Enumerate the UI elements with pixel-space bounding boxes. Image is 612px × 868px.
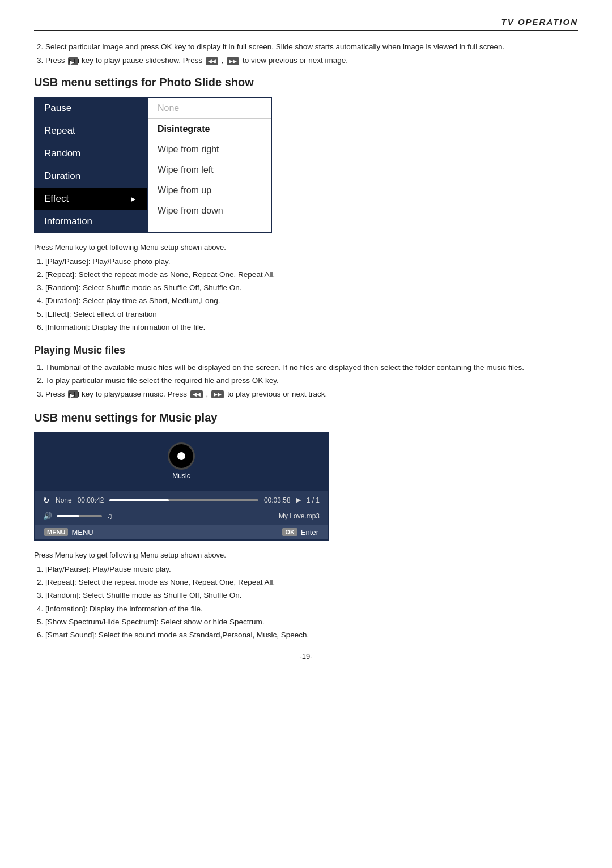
music-instr-6: [Smart Sound]: Select the sound mode as …	[45, 629, 578, 641]
intro-item-3: Press ▶❚❚ key to play/ pause slideshow. …	[45, 55, 578, 66]
next-icon: ▶▶	[227, 57, 239, 65]
music-instr-5: [Show Spectrum/Hide Spectrum]: Select sh…	[45, 616, 578, 628]
menu-btn-text: MENU	[71, 528, 93, 537]
menu-btn-label: MENU	[44, 528, 68, 536]
photo-menu: Pause Repeat Random Duration Effect ► In…	[34, 97, 329, 233]
music-instr-1: [Play/Pause]: Play/Pause music play.	[45, 564, 578, 575]
music-disc-icon	[168, 442, 195, 470]
menu-item-pause[interactable]: Pause	[34, 97, 147, 120]
menu-item-information[interactable]: Information	[34, 210, 147, 233]
music-prev-icon: ◀◀	[190, 390, 203, 398]
play-pause-icon: ▶❚❚	[68, 57, 78, 65]
photo-instr-3: [Random]: Select Shuffle mode as Shuffle…	[45, 282, 578, 293]
effect-none[interactable]: None	[148, 98, 271, 119]
play-indicator: ▶	[296, 496, 301, 504]
music-player-box: Music ↻ None 00:00:42 00:03:58 ▶ 1 / 1 🔊…	[34, 432, 329, 541]
music-press-note: Press Menu key to get following Menu set…	[34, 551, 578, 559]
effect-wipe-up[interactable]: Wipe from up	[148, 180, 271, 201]
arrow-right-icon: ►	[129, 194, 137, 203]
volume-bar-fill	[57, 515, 79, 517]
music-intro-2: To play particular music file select the…	[45, 375, 578, 386]
effect-disintegrate[interactable]: Disintegrate	[148, 119, 271, 139]
effect-wipe-right[interactable]: Wipe from right	[148, 139, 271, 160]
ok-btn-label: OK	[282, 528, 298, 536]
photo-section-title: USB menu settings for Photo Slide show	[34, 76, 578, 89]
volume-bar[interactable]	[57, 515, 102, 517]
music-controls-bar: ↻ None 00:00:42 00:03:58 ▶ 1 / 1	[35, 491, 328, 509]
music-instructions: [Play/Pause]: Play/Pause music play. [Re…	[45, 564, 578, 641]
ok-button-pair: OK Enter	[282, 528, 318, 537]
music-instr-2: [Repeat]: Select the repeat mode as None…	[45, 577, 578, 588]
photo-instr-2: [Repeat]: Select the repeat mode as None…	[45, 269, 578, 280]
menu-item-repeat[interactable]: Repeat	[34, 120, 147, 142]
music-next-icon: ▶▶	[211, 390, 224, 398]
progress-bar[interactable]	[109, 499, 258, 501]
music-icon-area: Music	[168, 442, 195, 480]
repeat-label: None	[56, 496, 72, 504]
effect-wipe-left[interactable]: Wipe from left	[148, 160, 271, 180]
page-title: TV OPERATION	[34, 17, 578, 31]
music-intro-1: Thumbnail of the available music files w…	[45, 362, 578, 373]
music-usb-title: USB menu settings for Music play	[34, 411, 578, 424]
music-disc-center	[177, 452, 185, 460]
repeat-icon: ↻	[43, 496, 50, 505]
menu-item-random[interactable]: Random	[34, 142, 147, 165]
progress-bar-fill	[109, 499, 169, 501]
photo-menu-left: Pause Repeat Random Duration Effect ► In…	[34, 97, 147, 233]
photo-instr-4: [Duration]: Select play time as Short, M…	[45, 295, 578, 307]
music-footer-bar: MENU MENU OK Enter	[35, 525, 328, 539]
ok-btn-text: Enter	[301, 528, 318, 537]
photo-instructions: [Play/Pause]: Play/Pause photo play. [Re…	[45, 256, 578, 334]
menu-button-pair: MENU MENU	[44, 528, 94, 537]
photo-instr-5: [Effect]: Select effect of transition	[45, 309, 578, 320]
music-row2: 🔊 ♫ My Love.mp3	[35, 509, 328, 525]
menu-item-effect[interactable]: Effect ►	[34, 188, 147, 210]
photo-instr-1: [Play/Pause]: Play/Pause photo play.	[45, 256, 578, 267]
music-instr-3: [Random]: Select Shuffle mode as Shuffle…	[45, 590, 578, 601]
music-sub-title: Playing Music files	[34, 344, 578, 356]
music-note-icon: ♫	[107, 512, 113, 521]
intro-list: Select particular image and press OK key…	[45, 41, 578, 67]
effect-wipe-down[interactable]: Wipe from down	[148, 201, 271, 221]
time-duration: 00:03:58	[264, 496, 291, 504]
music-player-inner: Music	[35, 433, 328, 491]
photo-menu-right: None Disintegrate Wipe from right Wipe f…	[147, 97, 272, 233]
photo-press-note: Press Menu key to get following Menu set…	[34, 243, 578, 252]
music-instr-4: [Infomation]: Display the information of…	[45, 603, 578, 615]
music-disc-label: Music	[172, 472, 190, 480]
music-play-icon: ▶❚❚	[68, 390, 78, 398]
page-number: -19-	[34, 652, 578, 661]
track-num: 1 / 1	[307, 496, 320, 504]
intro-item-2: Select particular image and press OK key…	[45, 41, 578, 53]
track-name: My Love.mp3	[279, 512, 320, 520]
music-intro-list: Thumbnail of the available music files w…	[45, 362, 578, 400]
music-intro-3: Press ▶❚❚ key to play/pause music. Press…	[45, 389, 578, 400]
volume-icon: 🔊	[43, 512, 52, 520]
time-elapsed: 00:00:42	[78, 496, 104, 504]
photo-instr-6: [Information]: Display the information o…	[45, 322, 578, 333]
prev-icon: ◀◀	[206, 57, 218, 65]
menu-item-duration[interactable]: Duration	[34, 165, 147, 188]
